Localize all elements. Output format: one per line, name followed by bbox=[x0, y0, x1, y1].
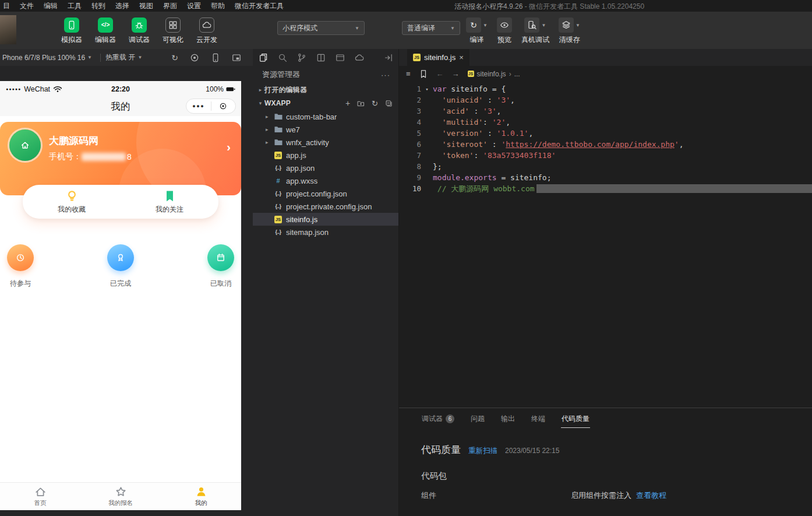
menu-item[interactable]: 界面 bbox=[163, 1, 177, 11]
code-line[interactable]: 5 'version' : '1.0.1', bbox=[399, 128, 812, 139]
code-editor[interactable]: 1▾var siteinfo = {2 'uniacid' : '3',3 'a… bbox=[399, 82, 812, 408]
close-icon[interactable]: × bbox=[459, 53, 464, 62]
menu-item[interactable]: 设置 bbox=[187, 1, 201, 11]
code-line[interactable]: 8}; bbox=[399, 161, 812, 172]
js-file-icon: JS bbox=[273, 216, 283, 223]
new-file-icon[interactable]: + bbox=[345, 99, 350, 107]
rescan-link[interactable]: 重新扫描 bbox=[468, 446, 497, 456]
editor-panel: JS siteinfo.js × ≡ ← → JS siteinfo.js › … bbox=[399, 49, 812, 516]
tree-item[interactable]: {..}project.private.config.json bbox=[253, 200, 398, 213]
stat-item-medal[interactable]: 已完成 bbox=[105, 244, 136, 289]
json-file-icon: {..} bbox=[273, 165, 283, 171]
tab-siteinfo-js[interactable]: JS siteinfo.js × bbox=[407, 49, 469, 66]
menu-item[interactable]: 转到 bbox=[91, 1, 105, 11]
menu-item[interactable]: 视图 bbox=[139, 1, 153, 11]
menu-item[interactable]: 文件 bbox=[20, 1, 34, 11]
toolbar-button-bug[interactable]: 调试器 bbox=[126, 17, 153, 45]
tree-item[interactable]: ▸we7 bbox=[253, 123, 398, 136]
code-line[interactable]: 6 'siteroot' : 'https://demo.ttbobo.com/… bbox=[399, 139, 812, 150]
action-button-eye[interactable]: 预览 bbox=[497, 17, 512, 45]
tree-item[interactable]: ▸wnfx_activity bbox=[253, 136, 398, 149]
device-icon[interactable] bbox=[211, 53, 220, 62]
tree-item[interactable]: ▸custom-tab-bar bbox=[253, 110, 398, 123]
grid-icon bbox=[165, 17, 181, 33]
exit-miniprogram-button[interactable] bbox=[211, 99, 236, 113]
fold-icon[interactable]: ▾ bbox=[421, 86, 433, 92]
stat-item-calendar[interactable]: 已取消 bbox=[206, 244, 236, 289]
phone-tab-home[interactable]: 首页 bbox=[0, 483, 80, 510]
phone-tab-star[interactable]: 我的报名 bbox=[80, 483, 161, 510]
panel-tab[interactable]: 输出 bbox=[500, 410, 516, 428]
split-editor-icon[interactable] bbox=[316, 53, 326, 62]
refresh-icon[interactable]: ↻ bbox=[171, 53, 178, 62]
toolbar-button-cloud[interactable]: 云开发 bbox=[193, 17, 220, 45]
cloud-icon[interactable] bbox=[355, 53, 364, 62]
code-line[interactable]: 1▾var siteinfo = { bbox=[399, 83, 812, 94]
toolbar-button-code[interactable]: </>编辑器 bbox=[92, 17, 119, 45]
toolbar-button-grid[interactable]: 可视化 bbox=[160, 17, 186, 45]
scan-timestamp: 2023/05/15 22:15 bbox=[505, 447, 559, 455]
toolbar-button-simphone[interactable]: 模拟器 bbox=[58, 17, 85, 45]
code-line[interactable]: 10 // 大鹏源码网 wobbt.com bbox=[399, 183, 812, 194]
panel-tab[interactable]: 问题 bbox=[470, 410, 485, 428]
code-token: : bbox=[483, 129, 496, 138]
action-button-compile[interactable]: ↻▼编译 bbox=[466, 17, 488, 45]
tree-item[interactable]: {..}project.config.json bbox=[253, 187, 398, 200]
tutorial-link[interactable]: 查看教程 bbox=[636, 490, 666, 501]
navigate-back-icon[interactable]: ← bbox=[436, 70, 444, 78]
open-editors-section[interactable]: ▸ 打开的编辑器 bbox=[253, 83, 398, 96]
panel-tab[interactable]: 调试器6 bbox=[421, 410, 455, 428]
code-line[interactable]: 3 'acid' : '3', bbox=[399, 106, 812, 117]
compile-mode-select[interactable]: 普通编译 ▼ bbox=[402, 21, 460, 35]
preview-window-icon[interactable] bbox=[336, 53, 345, 62]
menu-item[interactable]: 微信开发者工具 bbox=[235, 1, 284, 11]
explorer-panel: 资源管理器 ··· ▸ 打开的编辑器 ▾ WXAPP + ↻ ▸custom-t… bbox=[253, 49, 399, 516]
tree-item[interactable]: JSapp.js bbox=[253, 149, 398, 162]
git-branch-icon[interactable] bbox=[297, 53, 306, 62]
record-icon[interactable] bbox=[190, 53, 199, 62]
float-window-icon[interactable] bbox=[232, 53, 241, 62]
breadcrumb-more[interactable]: ... bbox=[514, 70, 520, 78]
code-token: , bbox=[510, 96, 515, 104]
files-icon[interactable] bbox=[259, 53, 268, 62]
collapse-sidebar-icon[interactable] bbox=[384, 53, 393, 62]
panel-tab[interactable]: 终端 bbox=[531, 410, 546, 428]
bookmark-icon[interactable] bbox=[419, 69, 428, 79]
menu-item[interactable]: 帮助 bbox=[211, 1, 225, 11]
user-avatar[interactable] bbox=[0, 15, 16, 44]
tree-item[interactable]: {..}app.json bbox=[253, 162, 398, 174]
quick-action-bookmarkgreen[interactable]: 我的关注 bbox=[121, 185, 218, 219]
project-root-section[interactable]: ▾ WXAPP + ↻ bbox=[253, 96, 398, 110]
mode-select[interactable]: 小程序模式 ▼ bbox=[277, 21, 365, 35]
tree-item[interactable]: JSsiteinfo.js bbox=[253, 213, 398, 226]
code-line[interactable]: 2 'uniacid' : '3', bbox=[399, 94, 812, 106]
code-line[interactable]: 9module.exports = siteinfo; bbox=[399, 172, 812, 183]
refresh-icon[interactable]: ↻ bbox=[372, 99, 378, 107]
search-icon[interactable] bbox=[278, 53, 287, 62]
phone-tab-person[interactable]: 我的 bbox=[161, 483, 241, 510]
quick-action-bulb[interactable]: 我的收藏 bbox=[23, 185, 121, 219]
menu-item[interactable]: 编辑 bbox=[44, 1, 58, 11]
menu-item[interactable]: 选择 bbox=[115, 1, 129, 11]
new-folder-icon[interactable] bbox=[357, 99, 365, 107]
menu-item[interactable]: 目 bbox=[3, 1, 10, 11]
device-select[interactable]: Phone 6/7/8 Plus 100% 16 bbox=[2, 54, 85, 62]
outline-list-icon[interactable]: ≡ bbox=[406, 70, 411, 78]
stat-item-clock[interactable]: 待参与 bbox=[5, 244, 36, 289]
action-button-layers[interactable]: ▼清缓存 bbox=[559, 17, 580, 45]
tree-item[interactable]: #app.wxss bbox=[253, 174, 398, 187]
collapse-all-icon[interactable] bbox=[385, 99, 393, 107]
menu-item[interactable]: 工具 bbox=[68, 1, 82, 11]
navigate-forward-icon[interactable]: → bbox=[452, 70, 460, 78]
avatar[interactable] bbox=[9, 129, 41, 161]
more-actions-icon[interactable]: ··· bbox=[381, 71, 390, 79]
breadcrumb-file[interactable]: siteinfo.js bbox=[477, 70, 506, 78]
more-menu-button[interactable]: ●●● bbox=[186, 99, 211, 113]
tree-item[interactable]: {..}sitemap.json bbox=[253, 226, 398, 238]
hot-reload-toggle[interactable]: 热重载 开 bbox=[105, 52, 135, 62]
action-button-phonesearch[interactable]: ▼真机调试 bbox=[521, 17, 549, 45]
chevron-down-icon: ▼ bbox=[541, 23, 546, 28]
code-line[interactable]: 7 'token': '83a5733403f118' bbox=[399, 150, 812, 161]
panel-tab[interactable]: 代码质量 bbox=[561, 410, 590, 428]
code-line[interactable]: 4 'multiid': '2', bbox=[399, 117, 812, 128]
